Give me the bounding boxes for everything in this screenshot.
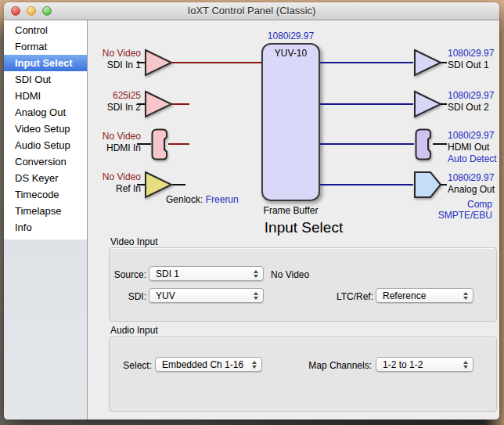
- minimize-button[interactable]: [27, 6, 36, 16]
- sdi-dropdown[interactable]: YUV: [149, 288, 264, 303]
- source-value: SDI 1: [156, 268, 179, 279]
- sidebar-item-conversion[interactable]: Conversion: [4, 153, 87, 170]
- hdmi-in-name: HDMI In: [88, 142, 141, 154]
- sdi-value: YUV: [156, 290, 175, 301]
- frame-buffer-format: 1080i29.97: [261, 31, 320, 41]
- sdi-out-1-stub: [440, 62, 447, 63]
- sidebar-item-timecode[interactable]: Timecode: [4, 186, 87, 203]
- sidebar-item-ds-keyer[interactable]: DS Keyer: [4, 170, 87, 186]
- audio-select-label: Select:: [110, 360, 152, 371]
- sdi-in-1-connection-line: [172, 62, 261, 63]
- popup-arrows-icon: [254, 270, 258, 278]
- hdmi-out-connection-line: [320, 143, 414, 145]
- analog-out-connection-line: [320, 184, 413, 185]
- audio-select-dropdown[interactable]: Embedded Ch 1-16: [155, 357, 262, 372]
- map-channels-value: 1-2 to 1-2: [383, 359, 423, 370]
- sidebar-list: Control Format Input Select SDI Out HDMI…: [4, 20, 87, 240]
- sdi-out-2-triangle-icon: [413, 90, 443, 118]
- audio-input-group-box: Select: Embedded Ch 1-16 Map Channels: 1…: [109, 337, 497, 412]
- source-status: No Video: [271, 269, 333, 280]
- sidebar-item-audio-setup[interactable]: Audio Setup: [4, 137, 87, 153]
- hdmi-in-status: No Video: [88, 131, 141, 142]
- sidebar-item-timelapse[interactable]: Timelapse: [4, 203, 87, 219]
- ref-in-label: No Video Ref In: [88, 171, 141, 195]
- sidebar-item-analog-out[interactable]: Analog Out: [4, 104, 87, 121]
- hdmi-in-stub-right: [168, 143, 189, 145]
- sidebar-item-hdmi[interactable]: HDMI: [4, 88, 87, 104]
- popup-arrows-icon: [254, 292, 258, 300]
- hdmi-in-connector-icon: [150, 128, 169, 160]
- ltc-ref-label: LTC/Ref:: [321, 291, 373, 302]
- genlock-value: Freerun: [206, 194, 239, 205]
- popup-arrows-icon: [463, 292, 468, 300]
- frame-buffer-mode: YUV-10: [263, 48, 319, 59]
- analog-out-detail: Comp SMPTE/EBU: [414, 199, 492, 221]
- sdi-out-2-connection-line: [320, 103, 413, 105]
- sdi-in-1-triangle-icon: [144, 49, 174, 77]
- genlock-label: Genlock:: [166, 194, 203, 205]
- sdi-out-1-triangle-icon: [413, 49, 443, 77]
- sdi-out-2-format: 1080i29.97: [448, 90, 504, 102]
- sdi-in-2-label: 625i25 SDI In 2: [88, 90, 141, 113]
- zoom-button[interactable]: [42, 6, 52, 16]
- analog-out-format: 1080i29.97: [448, 172, 504, 184]
- hdmi-out-stub: [433, 143, 447, 145]
- source-label: Source:: [110, 269, 146, 280]
- sdi-in-2-triangle-icon: [144, 90, 174, 118]
- sdi-out-2-name: SDI Out 2: [448, 102, 504, 113]
- map-channels-dropdown[interactable]: 1-2 to 1-2: [376, 357, 473, 372]
- popup-arrows-icon: [463, 361, 468, 369]
- hdmi-in-label: No Video HDMI In: [88, 131, 141, 154]
- page-title: Input Select: [210, 219, 398, 236]
- sdi-in-1-status: No Video: [88, 48, 141, 59]
- video-input-group-box: Source: SDI 1 No Video SDI: YUV LTC/Ref:…: [109, 247, 497, 322]
- hdmi-out-detail: Auto Detect: [448, 153, 504, 165]
- analog-out-label: 1080i29.97 Analog Out: [448, 172, 504, 196]
- sidebar-item-control[interactable]: Control: [4, 22, 87, 38]
- sidebar-item-input-select[interactable]: Input Select: [4, 55, 87, 71]
- sidebar-item-info[interactable]: Info: [4, 219, 87, 236]
- title-bar[interactable]: IoXT Control Panel (Classic): [4, 2, 499, 20]
- sdi-out-1-connection-line: [320, 62, 413, 63]
- frame-buffer-box: YUV-10: [261, 43, 320, 201]
- sidebar-item-format[interactable]: Format: [4, 38, 87, 55]
- hdmi-out-name: HDMI Out: [448, 142, 504, 153]
- sdi-out-1-label: 1080i29.97 SDI Out 1: [448, 48, 504, 71]
- sdi-out-1-name: SDI Out 1: [448, 59, 504, 71]
- sdi-in-1-label: No Video SDI In 1: [88, 48, 141, 71]
- sidebar-item-video-setup[interactable]: Video Setup: [4, 121, 87, 137]
- hdmi-in-stub: [137, 143, 151, 145]
- analog-out-pentagon-icon: [413, 171, 443, 199]
- ref-in-status: No Video: [88, 171, 141, 183]
- sdi-out-2-stub: [440, 103, 447, 105]
- sidebar: Control Format Input Select SDI Out HDMI…: [4, 20, 88, 420]
- hdmi-out-format: 1080i29.97: [448, 130, 504, 142]
- hdmi-out-label: 1080i29.97 HDMI Out Auto Detect: [448, 130, 504, 165]
- ref-in-stub-right: [172, 184, 185, 185]
- sdi-in-1-name: SDI In 1: [88, 59, 141, 71]
- popup-arrows-icon: [252, 361, 257, 369]
- audio-input-group-label: Audio Input: [110, 325, 158, 336]
- sdi-out-1-format: 1080i29.97: [448, 48, 504, 59]
- video-input-group-label: Video Input: [110, 236, 158, 247]
- frame-buffer-caption: Frame Buffer: [252, 205, 329, 216]
- sidebar-item-sdi-out[interactable]: SDI Out: [4, 71, 87, 88]
- hdmi-out-connector-icon: [414, 128, 433, 160]
- close-button[interactable]: [11, 6, 20, 16]
- sdi-in-2-name: SDI In 2: [88, 102, 141, 113]
- analog-out-stub: [440, 184, 447, 185]
- map-channels-label: Map Channels:: [282, 360, 372, 371]
- sdi-in-2-stub-right: [172, 103, 189, 105]
- ltc-ref-dropdown[interactable]: Reference: [376, 288, 473, 303]
- main-panel: 1080i29.97 YUV-10 Frame Buffer No Video …: [88, 20, 499, 420]
- analog-out-name: Analog Out: [448, 184, 504, 196]
- source-dropdown[interactable]: SDI 1: [149, 266, 264, 281]
- ltc-ref-value: Reference: [383, 290, 426, 301]
- audio-select-value: Embedded Ch 1-16: [162, 359, 243, 370]
- sdi-label: SDI:: [110, 291, 146, 302]
- genlock-status: Genlock: Freerun: [166, 194, 239, 205]
- sdi-out-2-label: 1080i29.97 SDI Out 2: [448, 90, 504, 113]
- app-window: IoXT Control Panel (Classic) Control For…: [4, 2, 499, 420]
- sdi-in-2-status: 625i25: [88, 90, 141, 102]
- window-title: IoXT Control Panel (Classic): [4, 2, 499, 20]
